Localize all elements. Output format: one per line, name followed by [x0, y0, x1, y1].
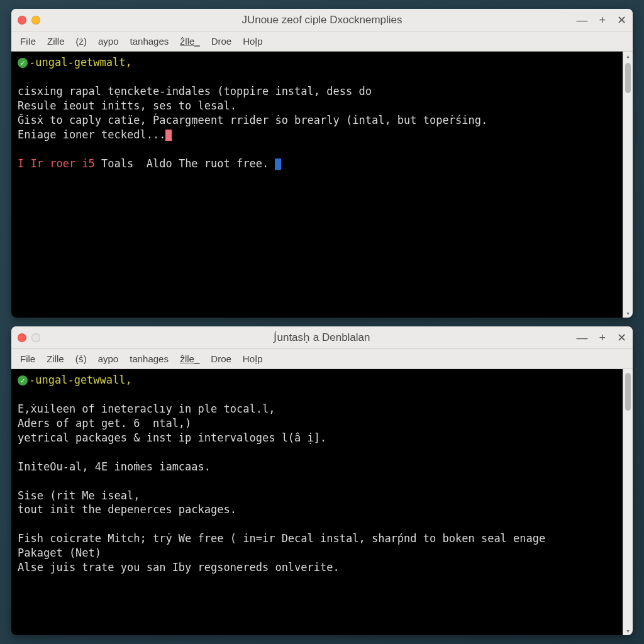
menu-paren[interactable]: (ż): [76, 36, 87, 47]
minimize-icon[interactable]: [31, 16, 40, 25]
scrollbar[interactable]: ▾: [623, 369, 633, 635]
terminal-window-2: J́untasḥ a Denblalan — + ✕ File Zille (ṡ…: [11, 326, 633, 635]
check-icon: ✓: [18, 375, 28, 386]
output-segment: Toals: [101, 157, 147, 170]
menubar: File Zille (ṡ) aypo tanhages ẑlle_ Droe …: [11, 349, 633, 369]
output-line: Resule ieout initts, ses to lesal.: [18, 99, 236, 112]
menu-zille[interactable]: Zille: [47, 353, 64, 364]
minimize-button[interactable]: —: [576, 14, 587, 26]
scrollbar[interactable]: ▴ ▾: [623, 52, 633, 318]
output-line: yetrical packages & inst ip intervaloges…: [18, 431, 326, 444]
prompt: -ungal-getwwall,: [29, 374, 132, 386]
scrollbar-thumb[interactable]: [625, 63, 631, 93]
menu-help[interactable]: Hoḷp: [243, 353, 263, 365]
cursor-icon: [275, 158, 281, 170]
close-button[interactable]: ✕: [617, 332, 626, 343]
check-icon: ✓: [18, 58, 28, 68]
menu-file[interactable]: FiIe: [20, 36, 36, 47]
output-line: Fish coicrate Mitch; trẏ We free ( in=ir…: [18, 532, 545, 545]
cursor-icon: [165, 130, 172, 141]
menu-tanhages[interactable]: tanhages: [130, 353, 169, 364]
scroll-down-icon[interactable]: ▾: [623, 309, 633, 318]
prompt: -ungal-getwmalt,: [29, 56, 132, 69]
terminal-output[interactable]: ✓-ungal-getwmalt, cisxing rapal tẹnckete…: [11, 52, 623, 318]
terminal-body: ✓-ungal-getwmalt, cisxing rapal tẹnckete…: [11, 52, 633, 318]
window-controls: — + ✕: [576, 332, 626, 343]
menubar: FiIe Zille (ż) aypo tanhages ẑlle_ Droe …: [11, 31, 633, 52]
error-prefix: I Ir roer i5: [18, 157, 101, 170]
menu-zlle[interactable]: ẑlle_: [180, 36, 199, 47]
output-line: ṫout init the depenerces packages.: [18, 503, 236, 516]
output-line: cisxing rapal tẹnckete-indales (toppire …: [18, 85, 372, 97]
window-title: JUnoue zeof ciple Dxocknemplies: [11, 14, 633, 26]
output-line: Sise (rit Me iseal,: [18, 489, 140, 502]
menu-zille[interactable]: Zille: [47, 36, 65, 47]
window-button-icon[interactable]: [31, 333, 40, 342]
terminal-output[interactable]: ✓-ungal-getwwall, E,ẋuileen of ineteracl…: [11, 369, 623, 635]
menu-tanhages[interactable]: tanhages: [130, 36, 169, 47]
titlebar[interactable]: J́untasḥ a Denblalan — + ✕: [11, 326, 633, 349]
scroll-up-icon[interactable]: ▴: [623, 52, 633, 60]
menu-aypo[interactable]: aypo: [98, 353, 119, 364]
menu-file[interactable]: File: [20, 353, 35, 364]
traffic-lights: [18, 16, 40, 25]
output-line: IniteOu-al, 4E inoṁes iamcaas.: [18, 460, 211, 473]
scrollbar-thumb[interactable]: [625, 373, 631, 411]
output-line: Eniage ioner teckedl...: [18, 128, 165, 141]
menu-paren[interactable]: (ṡ): [75, 353, 87, 365]
close-button[interactable]: ✕: [617, 14, 626, 26]
menu-droe[interactable]: Droe: [211, 36, 232, 47]
terminal-window-1: JUnoue zeof ciple Dxocknemplies — + ✕ Fi…: [11, 9, 633, 318]
new-tab-button[interactable]: +: [599, 332, 606, 343]
window-controls: — + ✕: [576, 14, 626, 26]
output-segment: Aldo The ruot free.: [147, 157, 275, 170]
minimize-button[interactable]: —: [576, 332, 587, 343]
menu-zlle[interactable]: ẑlle_: [180, 353, 199, 365]
menu-droe[interactable]: Droe: [211, 353, 231, 364]
titlebar[interactable]: JUnoue zeof ciple Dxocknemplies — + ✕: [11, 9, 633, 31]
window-title: J́untasḥ a Denblalan: [11, 331, 633, 344]
terminal-body: ✓-ungal-getwwall, E,ẋuileen of ineteracl…: [11, 369, 633, 635]
new-tab-button[interactable]: +: [599, 14, 606, 26]
traffic-lights: [18, 333, 40, 342]
menu-aypo[interactable]: aypo: [98, 36, 119, 47]
close-icon[interactable]: [18, 16, 26, 25]
menu-help[interactable]: Hoḷp: [243, 36, 263, 47]
output-line: Ḡisẋ to caply catïe, Ṕacargṃeent rrider …: [18, 114, 487, 126]
output-line: Alse juis trate you san Iby regsonereds …: [18, 561, 340, 574]
output-line: Aders of apt get. 6 ntal,): [18, 417, 191, 430]
output-line: Pakaget (Net): [18, 547, 101, 559]
output-line: E,ẋuileen of ineteraclıy in ple tocal.l,: [18, 402, 275, 415]
scroll-down-icon[interactable]: ▾: [623, 626, 633, 635]
close-icon[interactable]: [18, 333, 26, 342]
